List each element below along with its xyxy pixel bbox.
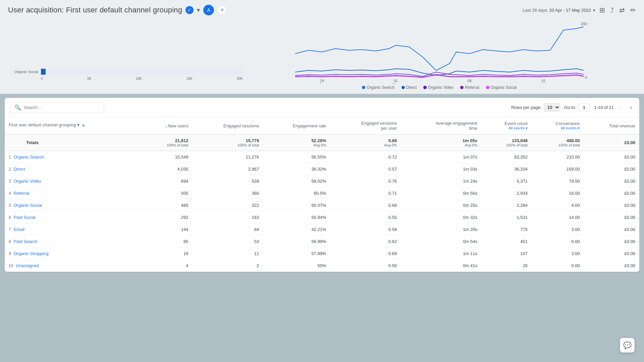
goto-box: Go to: [564, 104, 590, 111]
col-header-avg-engagement: Average engagementtime [401, 117, 481, 134]
channel-name[interactable]: Paid Social [14, 215, 36, 220]
table-row: 5Organic Social48532260.07%0.660m 25s2,2… [5, 199, 639, 212]
avatar[interactable]: A [203, 5, 214, 15]
legend-organic-video: Organic Video [423, 85, 453, 90]
cell-col-3: 0.71 [330, 187, 401, 199]
svg-text:Apr: Apr [319, 82, 325, 84]
cell-col-0: 292 [141, 212, 192, 224]
totals-engagement-rate: 52.28% Avg 0% [263, 134, 330, 151]
row-number: 8 [9, 239, 11, 244]
cell-col-4: 0m 25s [401, 199, 481, 212]
title-dropdown[interactable]: ▾ [197, 6, 200, 14]
dim-dropdown-arrow[interactable]: ▾ [77, 122, 79, 127]
cell-col-6: 3.00 [532, 224, 584, 236]
cell-col-7: £0.00 [584, 212, 639, 224]
row-number: 3 [9, 179, 11, 184]
channel-dim-cell: 6Paid Social [5, 212, 141, 224]
cell-col-3: 0.69 [330, 248, 401, 260]
chart-legend: Organic Search Direct Organic Video Refe… [243, 85, 636, 93]
cell-col-4: 1m 11s [401, 248, 481, 260]
channel-name[interactable]: Organic Social [14, 203, 42, 208]
legend-dot-direct [401, 86, 405, 89]
conversions-filter[interactable]: All events ▾ [536, 126, 580, 130]
cell-col-5: 2,284 [481, 199, 532, 212]
table-row: 3Organic Video69453958.02%0.761m 24s5,37… [5, 175, 639, 187]
cell-col-7: £0.00 [584, 260, 639, 272]
channel-name[interactable]: Organic Shopping [14, 251, 49, 256]
table-row: 6Paid Social29216350.94%0.550m 32s1,5311… [5, 212, 639, 224]
cell-col-7: £0.00 [584, 151, 639, 163]
col-header-new-users[interactable]: ↓New users [141, 117, 192, 134]
rows-per-page-select[interactable]: 10 25 50 [544, 103, 560, 112]
cell-col-1: 322 [192, 199, 263, 212]
table-row: 4Referral50536060.5%0.710m 56s2,93416.00… [5, 187, 639, 199]
col-header-event-count: Event count All events ▾ [481, 117, 532, 134]
channel-name[interactable]: Unassigned [16, 263, 39, 268]
totals-row: Totals 21,812 100% of total 15,779 100% … [5, 134, 639, 151]
date-dropdown-arrow[interactable]: ▾ [593, 8, 595, 13]
bar-axis-labels: 0 5K 10K 15K 20K [41, 77, 243, 80]
compare-icon[interactable]: ⇄ [619, 6, 625, 14]
table-row: 7Email1448442.21%0.581m 20s7753.00£0.00 [5, 224, 639, 236]
chat-fab[interactable]: 💬 [620, 338, 635, 353]
search-input[interactable] [24, 105, 100, 110]
col-header-engagement-rate: Engagement rate [263, 117, 330, 134]
cell-col-5: 775 [481, 224, 532, 236]
cell-col-2: 56.55% [263, 151, 330, 163]
channel-name[interactable]: Organic Video [14, 179, 41, 184]
cell-col-1: 84 [192, 224, 263, 236]
legend-organic-search: Organic Search [362, 85, 394, 90]
cell-col-6: 0.00 [532, 236, 584, 248]
event-count-filter[interactable]: All events ▾ [485, 126, 528, 130]
cell-col-2: 58.02% [263, 175, 330, 187]
goto-input[interactable] [578, 104, 590, 111]
channel-name[interactable]: Referral [14, 191, 29, 196]
check-icon[interactable]: ✓ [185, 6, 194, 14]
cell-col-4: 0m 32s [401, 212, 481, 224]
cell-col-3: 0.76 [330, 175, 401, 187]
add-dimension-button[interactable]: + [82, 122, 85, 129]
cell-col-2: 60.5% [263, 187, 330, 199]
channel-name[interactable]: Direct [14, 167, 25, 172]
totals-conversions: 488.00 100% of total [532, 134, 584, 151]
totals-engaged-per-user: 0.68 Avg 0% [330, 134, 401, 151]
totals-revenue: £0.00 [584, 134, 639, 151]
totals-new-users: 21,812 100% of total [141, 134, 192, 151]
edit-icon[interactable]: ✏ [630, 6, 636, 14]
channel-dim-cell: 1Organic Search [5, 151, 141, 163]
col-header-conversions: Conversions All events ▾ [532, 117, 584, 134]
cell-col-2: 60.07% [263, 199, 330, 212]
totals-event-count: 133,048 100% of total [481, 134, 532, 151]
col-header-engaged-per-user: Engaged sessionsper user [330, 117, 401, 134]
search-box[interactable]: 🔍 [10, 102, 104, 113]
cell-col-2: 39.32% [263, 163, 330, 175]
share-icon[interactable]: ⤴ [610, 6, 614, 14]
bar-chart: Organic Social 0 5K 10K 15K 20K [8, 20, 243, 94]
cell-col-4: 1m 03s [401, 163, 481, 175]
legend-dot-organic-social [486, 86, 489, 89]
channel-name[interactable]: Email [14, 227, 25, 232]
cell-col-5: 36,204 [481, 163, 532, 175]
cell-col-3: 0.72 [330, 151, 401, 163]
page-title: User acquisition: First user default cha… [8, 6, 182, 14]
table-header-row: First user default channel grouping ▾ + … [5, 117, 639, 134]
next-page-button[interactable]: › [628, 103, 634, 112]
channel-dim-cell: 8Paid Search [5, 236, 141, 248]
cell-col-1: 53 [192, 236, 263, 248]
bar-row-organic-social: Organic Social [8, 69, 243, 75]
cell-col-0: 4 [141, 260, 192, 272]
cell-col-4: 0m 41s [401, 260, 481, 272]
row-number: 2 [9, 167, 11, 172]
channel-dim-cell: 7Email [5, 224, 141, 236]
prev-page-button[interactable]: ‹ [618, 103, 624, 112]
row-number: 5 [9, 203, 11, 208]
totals-avg-engagement: 1m 05s Avg 0% [401, 134, 481, 151]
legend-direct: Direct [401, 85, 417, 90]
row-number: 7 [9, 227, 11, 232]
add-comparison-button[interactable]: + [217, 5, 227, 15]
channel-name[interactable]: Paid Search [14, 239, 38, 244]
legend-referral: Referral [460, 85, 479, 90]
table-row: 9Organic Shopping161157.89%0.691m 11s107… [5, 248, 639, 260]
customize-icon[interactable]: ⊞ [599, 6, 605, 14]
channel-name[interactable]: Organic Search [14, 155, 44, 160]
